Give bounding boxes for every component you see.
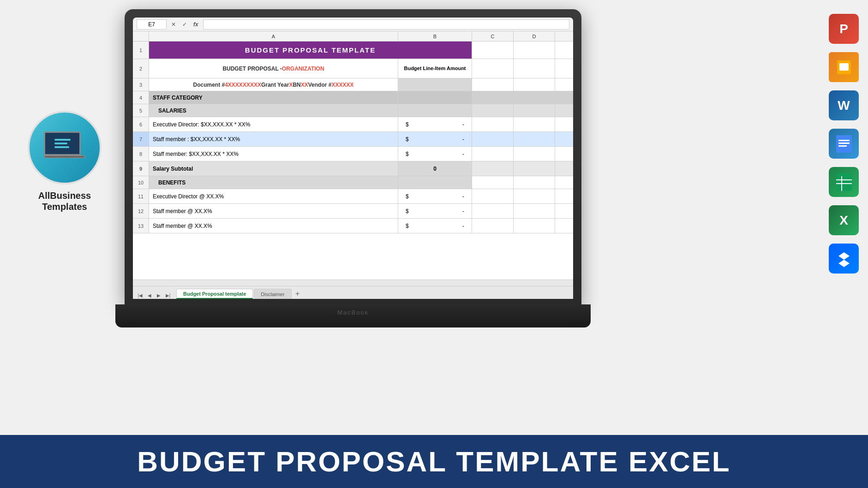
add-sheet-button[interactable]: +: [293, 289, 303, 299]
table-row: 10 BENEFITS: [133, 176, 573, 189]
cell-12c: [472, 204, 514, 218]
google-docs-icon[interactable]: [829, 129, 859, 159]
cell-5c: [472, 104, 514, 117]
cell-11d: [514, 189, 555, 203]
function-btn[interactable]: fx: [192, 20, 200, 29]
cell-7a: Staff member : $XX,XXX.XX * XX%: [149, 132, 398, 146]
cell-9b: 0: [398, 161, 472, 176]
cell-4b: [398, 91, 472, 104]
tab-budget-proposal[interactable]: Budget Proposal template: [176, 289, 253, 299]
table-row: 4 STAFF CATEGORY: [133, 91, 573, 104]
cell-4a: STAFF CATEGORY: [149, 91, 398, 104]
word-icon[interactable]: W: [829, 90, 859, 120]
cell-13b: $-: [398, 219, 472, 233]
svg-rect-7: [836, 173, 852, 191]
row-num: 9: [133, 161, 149, 176]
cell-5b: [398, 104, 472, 117]
bottom-banner: BUDGET PROPOSAL TEMPLATE EXCEL: [0, 435, 868, 488]
cell-2a: BUDGET PROPOSAL - ORGANIZATION: [149, 59, 398, 78]
cell-11c: [472, 189, 514, 203]
tab-disclaimer[interactable]: Disclaimer: [254, 289, 291, 299]
sheet-tabs: |◀ ◀ ▶ ▶| Budget Proposal template Discl…: [133, 286, 573, 299]
table-row: 13 Staff member @ XX.X% $-: [133, 219, 573, 233]
table-row: 6 Executive Director: $XX,XXX.XX * XX% $…: [133, 117, 573, 132]
cell-13c: [472, 219, 514, 233]
cell-6a: Executive Director: $XX,XXX.XX * XX%: [149, 117, 398, 131]
cell-12d: [514, 204, 555, 218]
cell-1c: [472, 42, 514, 59]
cell-10c: [472, 176, 514, 189]
row-num: 10: [133, 176, 149, 189]
cell-3d: [514, 78, 555, 91]
row-num-corner: [133, 31, 149, 41]
cell-13d: [514, 219, 555, 233]
row-num: 13: [133, 219, 149, 233]
cell-8c: [472, 147, 514, 161]
cell-10a: BENEFITS: [149, 176, 398, 189]
excel-icon[interactable]: X: [829, 205, 859, 235]
cell-13a: Staff member @ XX.X%: [149, 219, 398, 233]
cell-5a: SALARIES: [149, 104, 398, 117]
google-sheets-icon[interactable]: [829, 167, 859, 197]
svg-marker-11: [838, 252, 850, 267]
cell-8b: $-: [398, 147, 472, 161]
cell-6b: $-: [398, 117, 472, 131]
tab-nav-prev[interactable]: ◀: [146, 292, 153, 299]
row-num: 6: [133, 117, 149, 131]
col-header-d: D: [514, 31, 555, 41]
laptop-body: E7 ✕ ✓ fx A B C D: [125, 9, 581, 304]
cell-10d: [514, 176, 555, 189]
cell-9d: [514, 161, 555, 176]
cell-9a: Salary Subtotal: [149, 161, 398, 176]
cell-2d: [514, 59, 555, 78]
table-row: 2 BUDGET PROPOSAL - ORGANIZATION Budget …: [133, 59, 573, 78]
laptop-icon: [44, 131, 85, 164]
cell-7c: [472, 132, 514, 146]
col-header-c: C: [472, 31, 514, 41]
cell-2b: Budget Line-Item Amount: [398, 59, 472, 78]
tab-nav: |◀ ◀ ▶ ▶|: [137, 292, 172, 299]
brand-logo-circle: [28, 111, 102, 184]
cell-8d: [514, 147, 555, 161]
banner-text: BUDGET PROPOSAL TEMPLATE EXCEL: [137, 445, 730, 478]
tab-nav-last[interactable]: ▶|: [164, 292, 172, 299]
cell-10b: [398, 176, 472, 189]
cell-reference[interactable]: E7: [137, 19, 167, 30]
cell-11b: $-: [398, 189, 472, 203]
cell-12b: $-: [398, 204, 472, 218]
screen-bezel: E7 ✕ ✓ fx A B C D: [133, 18, 573, 299]
cancel-formula-btn[interactable]: ✕: [169, 20, 178, 29]
cell-2c: [472, 59, 514, 78]
powerpoint-icon[interactable]: P: [829, 14, 859, 44]
google-slides-icon[interactable]: [829, 52, 859, 82]
laptop-base: [115, 304, 591, 327]
cell-4c: [472, 91, 514, 104]
cell-6d: [514, 117, 555, 131]
tab-nav-first[interactable]: |◀: [137, 292, 144, 299]
row-num: 7: [133, 132, 149, 146]
cell-12a: Staff member @ XX.X%: [149, 204, 398, 218]
tab-nav-next[interactable]: ▶: [155, 292, 162, 299]
table-row: 8 Staff member: $XX,XXX.XX * XX% $-: [133, 147, 573, 161]
cell-3b: [398, 78, 472, 91]
cell-3a: Document # 4XXXXXXXXX Grant Year X BNXX …: [149, 78, 398, 91]
excel-ui: E7 ✕ ✓ fx A B C D: [133, 18, 573, 299]
svg-rect-6: [838, 145, 847, 147]
row-num: 12: [133, 204, 149, 218]
col-header-a: A: [149, 31, 398, 41]
row-num: 4: [133, 91, 149, 104]
table-row: 1 BUDGET PROPOSAL TEMPLATE: [133, 42, 573, 59]
table-row: 3 Document # 4XXXXXXXXX Grant Year X BNX…: [133, 78, 573, 91]
laptop-container: E7 ✕ ✓ fx A B C D: [125, 9, 581, 327]
cell-1d: [514, 42, 555, 59]
formula-input[interactable]: [203, 19, 569, 30]
brand-panel: AllBusiness Templates: [0, 0, 129, 323]
row-num: 3: [133, 78, 149, 91]
col-header-b: B: [398, 31, 472, 41]
table-row: 11 Executive Director @ XX.X% $-: [133, 189, 573, 204]
dropbox-icon[interactable]: [829, 244, 859, 274]
cell-9c: [472, 161, 514, 176]
confirm-formula-btn[interactable]: ✓: [180, 20, 189, 29]
row-num: 5: [133, 104, 149, 117]
cell-5d: [514, 104, 555, 117]
